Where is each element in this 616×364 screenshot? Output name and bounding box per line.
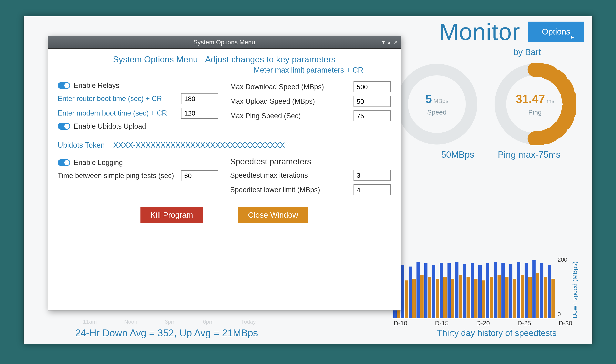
kill-program-button[interactable]: Kill Program [141,207,203,223]
xtick: D-30 [559,320,572,327]
up-bar [544,277,547,318]
up-bar [405,280,408,318]
bar-group [447,256,454,318]
modem-boot-input[interactable] [181,108,218,119]
bar-group [417,256,423,318]
up-bar [420,275,424,318]
max-dl-input[interactable] [354,81,391,92]
down-bar [524,263,528,318]
down-bar [455,262,459,318]
up-bar [428,277,431,318]
down-bar [509,264,513,318]
xtick: D-25 [517,320,531,327]
enable-logging-label: Enable Logging [74,158,123,167]
bar-group [401,256,408,318]
down-bar [432,265,435,318]
bar-group [463,256,470,318]
enable-ubidots-toggle[interactable] [58,123,70,130]
down-bar [532,260,536,318]
close-window-button[interactable]: Close Window [238,207,308,223]
up-bar [467,277,470,318]
bar-group [524,256,531,318]
system-options-dialog: System Options Menu ▾ ▴ ✕ System Options… [48,36,401,311]
up-bar [459,275,462,318]
down-bar [471,263,474,318]
options-button[interactable]: Options ➤ [528,22,584,42]
bar-group [486,256,493,318]
down-bar [494,262,497,318]
dialog-heading: System Options Menu - Adjust changes to … [58,54,391,64]
hour-tick: 3pm [165,319,175,325]
minimize-icon[interactable]: ▾ [382,39,385,45]
max-ul-label: Max Upload Speed (MBps) [230,97,350,105]
app-title: Monitor [439,18,520,45]
app-screen: Monitor Options ➤ by Bart 5MBps Speed [24,16,592,344]
ytick: 0 [558,311,561,318]
xtick: D-15 [435,320,448,327]
chart-title: Thirty day history of speedtests [437,328,557,338]
router-boot-label: Enter router boot time (sec) + CR [58,94,178,103]
down-bar [548,265,551,318]
bar-group [494,256,501,318]
bar-group [471,256,477,318]
up-bar [412,279,416,318]
modem-boot-label: Enter modem boot time (sec) + CR [58,109,178,117]
router-boot-input[interactable] [181,93,218,104]
down-bar [501,263,505,318]
ping-interval-input[interactable] [181,170,218,181]
up-bar [474,279,477,318]
history-chart: 200 0 Down speed (MBps) [392,256,580,318]
maximize-icon[interactable]: ▴ [388,39,390,45]
xtick: D-20 [476,320,490,327]
enable-relays-toggle[interactable] [58,82,70,89]
dialog-titlebar[interactable]: System Options Menu ▾ ▴ ✕ [48,36,401,49]
hour-tick: 11am [83,319,97,325]
enable-logging-toggle[interactable] [58,159,70,166]
bar-group [532,256,539,318]
dialog-subheading: Meter max limit parameters + CR [58,66,391,74]
max-ping-input[interactable] [354,110,391,121]
bar-group [455,256,462,318]
hour-tick: Today [241,319,256,325]
speedtest-lower-label: Speedtest lower limit (MBps) [230,186,350,194]
down-bar [540,263,543,318]
speedtest-heading: Speedtest parameters [230,157,391,166]
y-axis-label: Down speed (MBps) [570,256,580,318]
down-bar [424,263,428,318]
speedtest-iter-label: Speedtest max iterations [230,171,350,180]
down-bar [447,263,451,318]
max-ul-input[interactable] [354,96,391,107]
max-dl-label: Max Download Speed (MBps) [230,83,350,91]
down-bar [478,265,482,318]
bar-group [548,256,555,318]
close-icon[interactable]: ✕ [393,39,398,45]
up-bar [482,280,485,318]
dialog-title: System Options Menu [193,39,255,46]
down-bar [409,267,412,318]
max-ping-label: Max Ping Speed (Sec) [230,112,350,120]
up-bar [505,277,509,318]
ubidots-token: Ubidots Token = XXXX-XXXXXXXXXXXXXXXXXXX… [58,141,391,149]
enable-relays-label: Enable Relays [74,81,119,90]
up-bar [443,277,447,318]
speedtest-lower-input[interactable] [354,184,391,195]
up-bar [513,279,516,318]
avg-summary: 24-Hr Down Avg = 352, Up Avg = 21MBps [75,327,258,339]
down-bar [517,262,520,318]
bar-group [409,256,416,318]
hour-tick: Noon [124,319,137,325]
down-bar [486,263,489,318]
up-bar [451,279,454,318]
up-bar [490,277,493,318]
speedtest-iter-input[interactable] [354,170,391,181]
up-bar [521,275,524,318]
xtick: D-10 [394,320,407,327]
bar-group [424,256,431,318]
cursor-icon: ➤ [570,34,574,40]
upload-gauge: 5MBps Speed [396,63,478,145]
ping-gauge: 31.47ms Ping [494,63,576,145]
up-bar [528,277,532,318]
down-bar [401,265,404,318]
bar-group [501,256,508,318]
bar-group [509,256,516,318]
